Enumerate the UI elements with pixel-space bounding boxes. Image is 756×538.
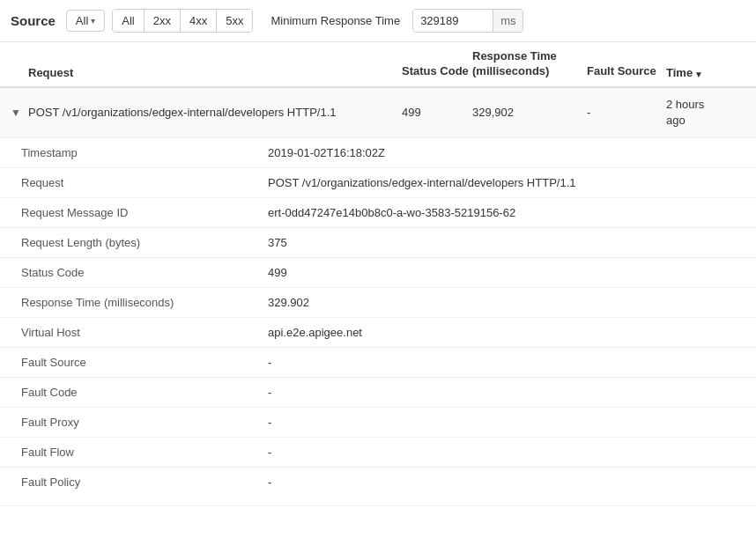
detail-row: Request Message IDert-0dd47247e14b0b8c0-… (0, 198, 756, 228)
detail-label: Fault Flow (21, 446, 268, 459)
detail-row: RequestPOST /v1/organizations/edgex-inte… (0, 168, 756, 198)
detail-row: Fault Source- (0, 348, 756, 378)
detail-label: Fault Code (21, 386, 268, 399)
detail-value: POST /v1/organizations/edgex-internal/de… (268, 176, 735, 189)
detail-label: Response Time (milliseconds) (21, 296, 268, 309)
ms-label: ms (493, 10, 523, 32)
col-header-time[interactable]: Time ▼ (666, 66, 745, 79)
detail-row: Timestamp2019-01-02T16:18:02Z (0, 138, 756, 168)
detail-label: Request Length (bytes) (21, 236, 268, 249)
response-time-input-group: ms (412, 9, 523, 33)
min-response-label: Minimum Response Time (271, 14, 400, 27)
detail-row: Status Code499 (0, 258, 756, 288)
filter-5xx-button[interactable]: 5xx (217, 10, 252, 32)
response-time-input[interactable] (413, 10, 493, 32)
detail-label: Fault Source (21, 356, 268, 369)
detail-value: - (268, 475, 735, 489)
detail-value: 2019-01-02T16:18:02Z (268, 146, 735, 159)
row-time: 2 hours ago (666, 97, 745, 129)
row-request: POST /v1/organizations/edgex-internal/de… (28, 106, 402, 119)
sort-desc-icon: ▼ (694, 70, 703, 79)
detail-row: Response Time (milliseconds)329.902 (0, 288, 756, 318)
detail-value: 375 (268, 236, 735, 249)
row-time-line2: ago (666, 114, 686, 127)
detail-row: Virtual Hostapi.e2e.apigee.net (0, 318, 756, 348)
detail-value: 329.902 (268, 296, 735, 309)
row-expand-icon: ▼ (11, 107, 28, 119)
top-bar: Source All ▾ All 2xx 4xx 5xx Minimum Res… (0, 0, 756, 42)
filter-4xx-button[interactable]: 4xx (181, 10, 217, 32)
detail-row: Fault Proxy- (0, 408, 756, 438)
row-fault-source: - (587, 106, 666, 119)
detail-label: Status Code (21, 266, 268, 279)
detail-row: Request Length (bytes)375 (0, 228, 756, 258)
filter-2xx-button[interactable]: 2xx (145, 10, 181, 32)
all-dropdown-button[interactable]: All ▾ (66, 10, 105, 32)
detail-label: Fault Proxy (21, 416, 268, 429)
detail-value: - (268, 446, 735, 459)
row-time-line1: 2 hours (666, 98, 704, 111)
detail-value: - (268, 386, 735, 399)
time-col-label: Time (666, 66, 693, 79)
detail-value: - (268, 356, 735, 369)
filter-all-button[interactable]: All (113, 10, 144, 32)
col-header-response-time: Response Time (milliseconds) (472, 49, 587, 79)
row-status-code: 499 (402, 106, 472, 119)
detail-section: Timestamp2019-01-02T16:18:02ZRequestPOST… (0, 138, 756, 506)
all-dropdown-label: All (76, 14, 88, 27)
detail-value: 499 (268, 266, 735, 279)
row-response-time: 329,902 (472, 106, 587, 119)
filter-button-group: All 2xx 4xx 5xx (112, 9, 253, 33)
chevron-down-icon: ▾ (91, 16, 95, 26)
col-header-request: Request (11, 66, 402, 79)
col-header-fault-source: Fault Source (587, 64, 666, 79)
detail-value: api.e2e.apigee.net (268, 326, 735, 339)
detail-row: Fault Policy- (0, 468, 756, 497)
col-header-status: Status Code (402, 64, 472, 79)
detail-value: - (268, 416, 735, 429)
detail-value: ert-0dd47247e14b0b8c0-a-wo-3583-5219156-… (268, 206, 735, 219)
detail-row: Fault Code- (0, 378, 756, 408)
detail-row: Fault Flow- (0, 438, 756, 468)
table-row[interactable]: ▼ POST /v1/organizations/edgex-internal/… (0, 88, 756, 138)
detail-label: Fault Policy (21, 475, 268, 489)
detail-label: Timestamp (21, 146, 268, 159)
detail-label: Request (21, 176, 268, 189)
source-label: Source (11, 13, 56, 28)
detail-label: Request Message ID (21, 206, 268, 219)
table-header: Request Status Code Response Time (milli… (0, 42, 756, 88)
detail-label: Virtual Host (21, 326, 268, 339)
